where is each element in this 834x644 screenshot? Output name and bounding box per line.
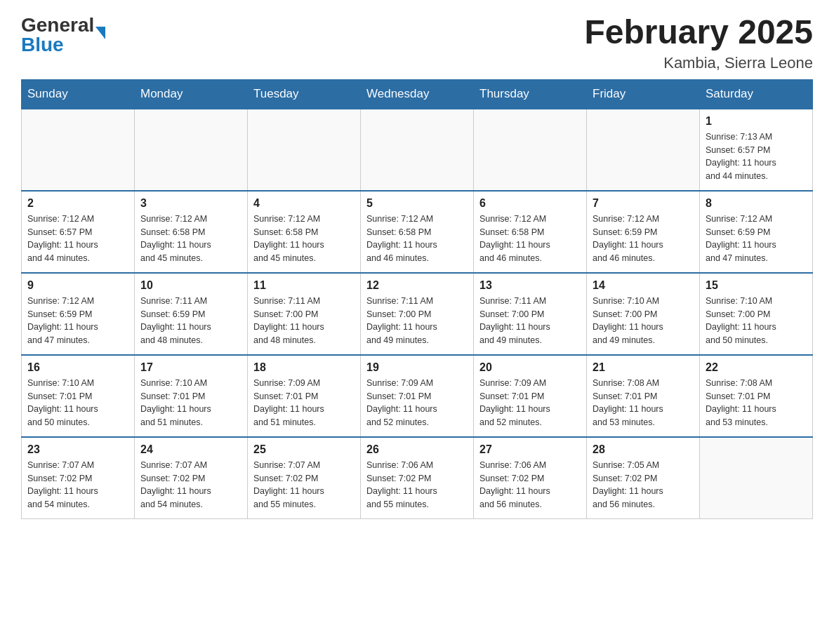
day-info: Sunrise: 7:11 AM Sunset: 7:00 PM Dayligh… xyxy=(479,295,581,347)
day-number: 22 xyxy=(706,361,807,374)
day-number: 2 xyxy=(27,197,128,210)
day-number: 7 xyxy=(593,197,694,210)
calendar-cell: 10Sunrise: 7:11 AM Sunset: 6:59 PM Dayli… xyxy=(135,273,248,355)
month-year-title: February 2025 xyxy=(584,14,813,51)
day-number: 9 xyxy=(27,279,128,292)
day-number: 26 xyxy=(366,443,468,456)
day-info: Sunrise: 7:10 AM Sunset: 7:01 PM Dayligh… xyxy=(27,377,128,429)
weekday-header-row: SundayMondayTuesdayWednesdayThursdayFrid… xyxy=(22,79,813,109)
day-number: 8 xyxy=(706,197,807,210)
day-info: Sunrise: 7:06 AM Sunset: 7:02 PM Dayligh… xyxy=(479,459,581,511)
day-info: Sunrise: 7:12 AM Sunset: 6:57 PM Dayligh… xyxy=(27,213,128,265)
day-number: 15 xyxy=(706,279,807,292)
day-number: 4 xyxy=(253,197,355,210)
day-info: Sunrise: 7:10 AM Sunset: 7:00 PM Dayligh… xyxy=(706,295,807,347)
day-info: Sunrise: 7:06 AM Sunset: 7:02 PM Dayligh… xyxy=(366,459,468,511)
weekday-header-thursday: Thursday xyxy=(474,79,587,109)
calendar-cell: 2Sunrise: 7:12 AM Sunset: 6:57 PM Daylig… xyxy=(22,191,135,273)
day-number: 5 xyxy=(366,197,468,210)
week-row-1: 1Sunrise: 7:13 AM Sunset: 6:57 PM Daylig… xyxy=(22,109,813,191)
day-number: 11 xyxy=(253,279,355,292)
calendar-cell: 21Sunrise: 7:08 AM Sunset: 7:01 PM Dayli… xyxy=(587,355,700,437)
day-number: 16 xyxy=(27,361,128,374)
logo-blue-text: Blue xyxy=(21,34,105,56)
calendar-cell: 16Sunrise: 7:10 AM Sunset: 7:01 PM Dayli… xyxy=(22,355,135,437)
calendar-cell: 24Sunrise: 7:07 AM Sunset: 7:02 PM Dayli… xyxy=(135,437,248,519)
calendar-cell: 5Sunrise: 7:12 AM Sunset: 6:58 PM Daylig… xyxy=(361,191,474,273)
weekday-header-monday: Monday xyxy=(135,79,248,109)
calendar-cell: 4Sunrise: 7:12 AM Sunset: 6:58 PM Daylig… xyxy=(248,191,361,273)
day-number: 14 xyxy=(593,279,694,292)
day-number: 19 xyxy=(366,361,468,374)
day-info: Sunrise: 7:12 AM Sunset: 6:58 PM Dayligh… xyxy=(140,213,241,265)
day-number: 20 xyxy=(479,361,581,374)
weekday-header-sunday: Sunday xyxy=(22,79,135,109)
calendar-cell: 6Sunrise: 7:12 AM Sunset: 6:58 PM Daylig… xyxy=(474,191,587,273)
logo-block: General Blue xyxy=(21,14,105,56)
calendar-cell xyxy=(22,109,135,191)
day-info: Sunrise: 7:12 AM Sunset: 6:59 PM Dayligh… xyxy=(27,295,128,347)
day-info: Sunrise: 7:09 AM Sunset: 7:01 PM Dayligh… xyxy=(253,377,355,429)
day-number: 6 xyxy=(479,197,581,210)
day-info: Sunrise: 7:11 AM Sunset: 7:00 PM Dayligh… xyxy=(366,295,468,347)
day-number: 1 xyxy=(706,115,807,128)
calendar-cell: 1Sunrise: 7:13 AM Sunset: 6:57 PM Daylig… xyxy=(700,109,813,191)
calendar-cell: 22Sunrise: 7:08 AM Sunset: 7:01 PM Dayli… xyxy=(700,355,813,437)
calendar-cell: 20Sunrise: 7:09 AM Sunset: 7:01 PM Dayli… xyxy=(474,355,587,437)
calendar-cell: 27Sunrise: 7:06 AM Sunset: 7:02 PM Dayli… xyxy=(474,437,587,519)
title-block: February 2025 Kambia, Sierra Leone xyxy=(584,14,813,72)
day-info: Sunrise: 7:12 AM Sunset: 6:58 PM Dayligh… xyxy=(253,213,355,265)
day-info: Sunrise: 7:09 AM Sunset: 7:01 PM Dayligh… xyxy=(366,377,468,429)
calendar-cell: 13Sunrise: 7:11 AM Sunset: 7:00 PM Dayli… xyxy=(474,273,587,355)
day-info: Sunrise: 7:08 AM Sunset: 7:01 PM Dayligh… xyxy=(593,377,694,429)
calendar-cell: 28Sunrise: 7:05 AM Sunset: 7:02 PM Dayli… xyxy=(587,437,700,519)
calendar-cell xyxy=(361,109,474,191)
page-header: General Blue February 2025 Kambia, Sierr… xyxy=(21,14,813,72)
calendar-cell xyxy=(248,109,361,191)
day-number: 18 xyxy=(253,361,355,374)
calendar-cell: 15Sunrise: 7:10 AM Sunset: 7:00 PM Dayli… xyxy=(700,273,813,355)
calendar-cell: 7Sunrise: 7:12 AM Sunset: 6:59 PM Daylig… xyxy=(587,191,700,273)
day-number: 10 xyxy=(140,279,241,292)
day-info: Sunrise: 7:10 AM Sunset: 7:00 PM Dayligh… xyxy=(593,295,694,347)
day-info: Sunrise: 7:11 AM Sunset: 6:59 PM Dayligh… xyxy=(140,295,241,347)
calendar-cell xyxy=(587,109,700,191)
calendar-cell: 26Sunrise: 7:06 AM Sunset: 7:02 PM Dayli… xyxy=(361,437,474,519)
calendar-cell: 19Sunrise: 7:09 AM Sunset: 7:01 PM Dayli… xyxy=(361,355,474,437)
week-row-5: 23Sunrise: 7:07 AM Sunset: 7:02 PM Dayli… xyxy=(22,437,813,519)
day-number: 23 xyxy=(27,443,128,456)
day-info: Sunrise: 7:12 AM Sunset: 6:59 PM Dayligh… xyxy=(593,213,694,265)
day-number: 13 xyxy=(479,279,581,292)
day-info: Sunrise: 7:13 AM Sunset: 6:57 PM Dayligh… xyxy=(706,130,807,183)
calendar-header: SundayMondayTuesdayWednesdayThursdayFrid… xyxy=(22,79,813,109)
calendar-body: 1Sunrise: 7:13 AM Sunset: 6:57 PM Daylig… xyxy=(22,109,813,519)
calendar-cell: 23Sunrise: 7:07 AM Sunset: 7:02 PM Dayli… xyxy=(22,437,135,519)
calendar-table: SundayMondayTuesdayWednesdayThursdayFrid… xyxy=(21,79,813,519)
calendar-cell: 25Sunrise: 7:07 AM Sunset: 7:02 PM Dayli… xyxy=(248,437,361,519)
calendar-cell: 11Sunrise: 7:11 AM Sunset: 7:00 PM Dayli… xyxy=(248,273,361,355)
day-number: 3 xyxy=(140,197,241,210)
day-info: Sunrise: 7:07 AM Sunset: 7:02 PM Dayligh… xyxy=(140,459,241,511)
calendar-cell: 14Sunrise: 7:10 AM Sunset: 7:00 PM Dayli… xyxy=(587,273,700,355)
calendar-cell: 17Sunrise: 7:10 AM Sunset: 7:01 PM Dayli… xyxy=(135,355,248,437)
weekday-header-wednesday: Wednesday xyxy=(361,79,474,109)
day-number: 17 xyxy=(140,361,241,374)
day-number: 25 xyxy=(253,443,355,456)
logo: General Blue xyxy=(21,14,105,56)
day-info: Sunrise: 7:08 AM Sunset: 7:01 PM Dayligh… xyxy=(706,377,807,429)
day-info: Sunrise: 7:10 AM Sunset: 7:01 PM Dayligh… xyxy=(140,377,241,429)
calendar-cell: 18Sunrise: 7:09 AM Sunset: 7:01 PM Dayli… xyxy=(248,355,361,437)
day-info: Sunrise: 7:12 AM Sunset: 6:58 PM Dayligh… xyxy=(366,213,468,265)
weekday-header-saturday: Saturday xyxy=(700,79,813,109)
day-number: 27 xyxy=(479,443,581,456)
calendar-cell: 9Sunrise: 7:12 AM Sunset: 6:59 PM Daylig… xyxy=(22,273,135,355)
day-number: 12 xyxy=(366,279,468,292)
calendar-cell: 8Sunrise: 7:12 AM Sunset: 6:59 PM Daylig… xyxy=(700,191,813,273)
calendar-cell: 3Sunrise: 7:12 AM Sunset: 6:58 PM Daylig… xyxy=(135,191,248,273)
weekday-header-friday: Friday xyxy=(587,79,700,109)
day-info: Sunrise: 7:07 AM Sunset: 7:02 PM Dayligh… xyxy=(253,459,355,511)
day-info: Sunrise: 7:12 AM Sunset: 6:58 PM Dayligh… xyxy=(479,213,581,265)
week-row-3: 9Sunrise: 7:12 AM Sunset: 6:59 PM Daylig… xyxy=(22,273,813,355)
day-number: 21 xyxy=(593,361,694,374)
day-info: Sunrise: 7:12 AM Sunset: 6:59 PM Dayligh… xyxy=(706,213,807,265)
